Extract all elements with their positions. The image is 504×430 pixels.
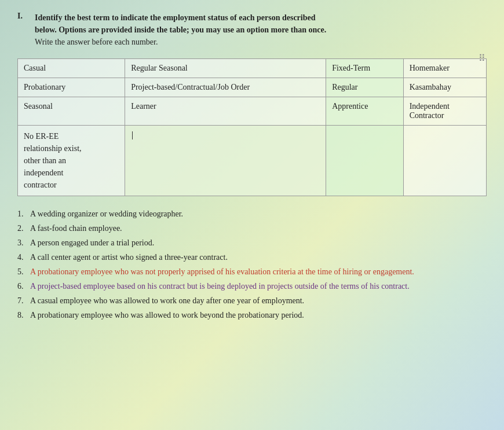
table-cell: Seasonal: [18, 97, 125, 126]
list-item: 3.A person engaged under a trial period.: [17, 237, 487, 249]
question-text: A wedding organizer or wedding videograp…: [30, 208, 487, 220]
list-item: 8.A probationary employee who was allowe…: [17, 309, 487, 321]
table-cell: Kasambahay: [403, 78, 486, 97]
section-header: I. Identify the best term to indicate th…: [17, 12, 487, 48]
table-cell: [125, 126, 326, 196]
table-cell: Regular Seasonal: [125, 59, 326, 78]
table-cell: Casual: [18, 59, 125, 78]
question-text: A project-based employee based on his co…: [30, 280, 487, 292]
question-number: 2.: [17, 222, 30, 234]
table-cell: Homemaker: [403, 59, 486, 78]
questions-list: 1.A wedding organizer or wedding videogr…: [17, 208, 487, 321]
employment-terms-table: Casual Regular Seasonal Fixed-Term Homem…: [17, 58, 487, 196]
table-cell: IndependentContractor: [403, 97, 486, 126]
question-number: 5.: [17, 266, 30, 278]
question-number: 6.: [17, 280, 30, 292]
question-text: A probationary employee who was not prop…: [30, 266, 487, 278]
dots-icon: ⠿: [479, 53, 487, 64]
question-text: A call center agent or artist who signed…: [30, 251, 487, 263]
list-item: 4.A call center agent or artist who sign…: [17, 251, 487, 263]
list-item: 1.A wedding organizer or wedding videogr…: [17, 208, 487, 220]
table-row: Probationary Project-based/Contra­ctual/…: [18, 78, 487, 97]
table-wrapper: ⠿ Casual Regular Seasonal Fixed-Term Hom…: [17, 58, 487, 196]
question-text: A person engaged under a trial period.: [30, 237, 487, 249]
list-item: 5.A probationary employee who was not pr…: [17, 266, 487, 278]
table-cell: Project-based/Contra­ctual/Job Order: [125, 78, 326, 97]
table-row: Seasonal Learner Apprentice IndependentC…: [18, 97, 487, 126]
list-item: 6.A project-based employee based on his …: [17, 280, 487, 292]
table-row: Casual Regular Seasonal Fixed-Term Homem…: [18, 59, 487, 78]
section-instruction: Identify the best term to indicate the e…: [35, 12, 326, 48]
question-number: 4.: [17, 251, 30, 263]
question-number: 3.: [17, 237, 30, 249]
table-cell: Probationary: [18, 78, 125, 97]
question-number: 1.: [17, 208, 30, 220]
instruction-bold-line1: Identify the best term to indicate the e…: [35, 13, 326, 34]
table-cell: Learner: [125, 97, 326, 126]
question-number: 8.: [17, 309, 30, 321]
list-item: 7.A casual employee who was allowed to w…: [17, 295, 487, 307]
question-text: A probationary employee who was allowed …: [30, 309, 487, 321]
table-cell: [326, 126, 403, 196]
table-cell: Regular: [326, 78, 403, 97]
table-cell: No ER-EErelationship exist,other than an…: [18, 126, 125, 196]
list-item: 2.A fast-food chain employee.: [17, 222, 487, 234]
table-row: No ER-EErelationship exist,other than an…: [18, 126, 487, 196]
question-text: A casual employee who was allowed to wor…: [30, 295, 487, 307]
question-number: 7.: [17, 295, 30, 307]
table-cell: Apprentice: [326, 97, 403, 126]
text-cursor: [132, 131, 133, 139]
table-cell: [403, 126, 486, 196]
table-cell: Fixed-Term: [326, 59, 403, 78]
question-text: A fast-food chain employee.: [30, 222, 487, 234]
section-number: I.: [17, 12, 35, 21]
